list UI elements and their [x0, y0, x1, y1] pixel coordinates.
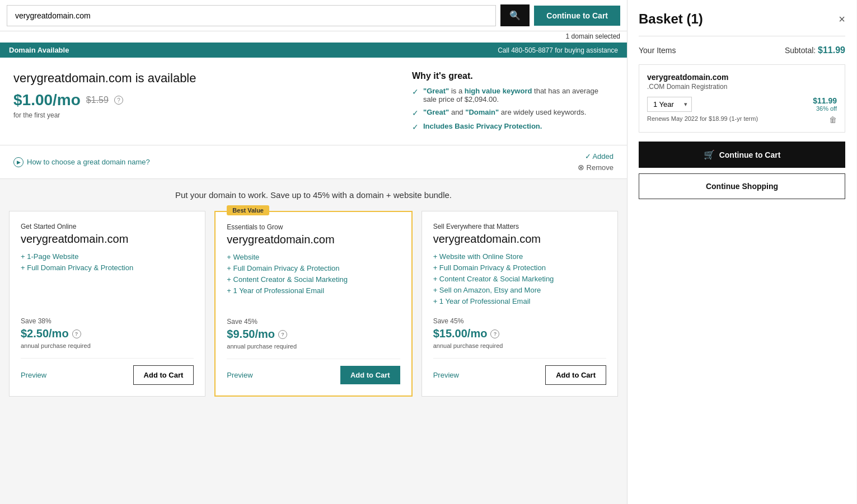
bundle-card-1-feature-1: + 1-Page Website	[21, 252, 194, 261]
bundle-cards: Get Started Online verygreatdomain.com +…	[9, 211, 618, 397]
search-button[interactable]: 🔍	[500, 4, 530, 26]
bundle-card-1-add-to-cart[interactable]: Add to Cart	[133, 365, 194, 385]
basket-sidebar: Basket (1) × Your Items Subtotal: $11.99…	[627, 0, 856, 504]
basket-continue-shopping-button[interactable]: Continue Shopping	[639, 173, 845, 199]
bundle-card-2-feature-1: + Website	[227, 253, 400, 261]
bundle-card-3-price: $15.00/mo ?	[433, 327, 606, 340]
basket-close-button[interactable]: ×	[839, 13, 845, 26]
basket-item-price: $11.99	[813, 96, 837, 105]
basket-item-type: .COM Domain Registration	[647, 83, 837, 91]
delete-item-icon[interactable]: 🗑	[829, 115, 837, 124]
bundle-card-1-price-info-icon[interactable]: ?	[72, 329, 81, 338]
basket-continue-cart-button[interactable]: 🛒 Continue to Cart	[639, 142, 845, 168]
how-to-link[interactable]: ▶ How to choose a great domain name?	[13, 157, 150, 167]
domain-price: $1.00/mo	[13, 91, 81, 109]
bundle-card-2-feature-4: + 1 Year of Professional Email	[227, 286, 400, 295]
call-info: Call 480-505-8877 for buying assistance	[498, 46, 618, 54]
added-label: ✓ Added	[585, 152, 614, 161]
check-icon-1: ✓	[412, 87, 419, 96]
play-icon: ▶	[13, 157, 24, 167]
bundle-card-2: Best Value Essentials to Grow verygreatd…	[214, 211, 412, 397]
why-great-item-3: ✓ Includes Basic Privacy Protection.	[412, 122, 614, 131]
subtotal-label: Subtotal: $11.99	[785, 45, 845, 55]
bundle-card-2-annual: annual purchase required	[227, 343, 400, 350]
domain-selected-label: 1 domain selected	[0, 31, 627, 43]
bundle-card-3-feature-4: + Sell on Amazon, Etsy and More	[433, 286, 606, 294]
basket-item-renew-info: Renews May 2022 for $18.99 (1-yr term) 🗑	[647, 115, 837, 124]
bundle-card-3-domain: verygreatdomain.com	[433, 233, 606, 246]
your-items-label: Your Items	[639, 46, 676, 55]
bundle-card-3-preview[interactable]: Preview	[433, 371, 459, 379]
for-first-year-label: for the first year	[13, 111, 196, 119]
bundle-card-2-category: Essentials to Grow	[227, 223, 400, 231]
domain-name-heading: verygreatdomain.com is available	[13, 71, 196, 86]
domain-card: verygreatdomain.com is available $1.00/m…	[0, 58, 627, 145]
bundle-card-2-features: + Website + Full Domain Privacy & Protec…	[227, 253, 400, 309]
basket-subtotal-row: Your Items Subtotal: $11.99	[639, 45, 845, 55]
bundle-card-1-features: + 1-Page Website + Full Domain Privacy &…	[21, 252, 194, 308]
why-great-list: ✓ "Great" is a high value keyword that h…	[412, 87, 614, 131]
subtotal-price: $11.99	[818, 45, 845, 55]
domain-available-label: Domain Available	[9, 46, 69, 54]
added-remove-section: ✓ Added ⊗ Remove	[578, 152, 614, 172]
term-select[interactable]: 1 Year 2 Years 5 Years	[647, 97, 692, 112]
basket-item-domain: verygreatdomain.com	[647, 73, 837, 82]
bundle-card-3-actions: Preview Add to Cart	[433, 358, 606, 385]
search-input[interactable]	[7, 5, 496, 26]
bundle-card-3-feature-3: + Content Creator & Social Marketing	[433, 275, 606, 283]
check-icon-2: ✓	[412, 109, 419, 117]
basket-item-price-col: $11.99 36% off	[813, 96, 837, 112]
bundle-card-1-savings: Save 38%	[21, 317, 194, 325]
bundle-card-1-domain: verygreatdomain.com	[21, 233, 194, 246]
bundle-card-1-actions: Preview Add to Cart	[21, 358, 194, 385]
bundle-card-1-price: $2.50/mo ?	[21, 327, 194, 340]
price-info-icon[interactable]: ?	[114, 96, 123, 105]
bundle-card-2-price: $9.50/mo ?	[227, 328, 400, 341]
bundle-card-3-feature-5: + 1 Year of Professional Email	[433, 297, 606, 305]
bundle-section: Put your domain to work. Save up to 45% …	[0, 179, 627, 408]
bundle-card-2-preview[interactable]: Preview	[227, 371, 252, 379]
basket-header: Basket (1) ×	[639, 11, 845, 27]
bundle-card-3-annual: annual purchase required	[433, 342, 606, 349]
domain-card-footer: ▶ How to choose a great domain name? ✓ A…	[0, 145, 627, 179]
bundle-card-3-add-to-cart[interactable]: Add to Cart	[545, 365, 606, 385]
bundle-card-1-annual: annual purchase required	[21, 342, 194, 349]
best-value-badge: Best Value	[227, 205, 269, 215]
why-great-title: Why it's great.	[412, 71, 614, 81]
bundle-card-1: Get Started Online verygreatdomain.com +…	[9, 211, 205, 397]
term-select-wrapper: 1 Year 2 Years 5 Years	[647, 97, 692, 112]
bundle-card-3-features: + Website with Online Store + Full Domai…	[433, 252, 606, 308]
bundle-card-1-preview[interactable]: Preview	[21, 371, 46, 379]
bundle-title: Put your domain to work. Save up to 45% …	[9, 190, 618, 200]
bundle-card-3-feature-2: + Full Domain Privacy & Protection	[433, 263, 606, 272]
bundle-card-3: Sell Everywhere that Matters verygreatdo…	[422, 211, 618, 397]
basket-item-term-row: 1 Year 2 Years 5 Years $11.99 36% off	[647, 96, 837, 112]
bundle-card-2-feature-2: + Full Domain Privacy & Protection	[227, 264, 400, 272]
search-bar: 🔍 Continue to Cart	[0, 0, 627, 31]
check-icon-3: ✓	[412, 123, 419, 131]
bundle-card-2-add-to-cart[interactable]: Add to Cart	[340, 366, 400, 384]
why-great-item-1: ✓ "Great" is a high value keyword that h…	[412, 87, 614, 103]
why-great-item-2: ✓ "Great" and "Domain" are widely used k…	[412, 108, 614, 117]
bundle-card-2-savings: Save 45%	[227, 318, 400, 326]
bundle-card-1-feature-2: + Full Domain Privacy & Protection	[21, 263, 194, 272]
bundle-card-2-feature-3: + Content Creator & Social Marketing	[227, 275, 400, 284]
basket-item-card: verygreatdomain.com .COM Domain Registra…	[639, 64, 845, 133]
bundle-card-2-domain: verygreatdomain.com	[227, 233, 400, 246]
bundle-card-1-category: Get Started Online	[21, 223, 194, 230]
header-continue-cart-button[interactable]: Continue to Cart	[534, 6, 620, 26]
how-to-link-text: How to choose a great domain name?	[27, 158, 150, 166]
bundle-card-3-savings: Save 45%	[433, 317, 606, 325]
bundle-card-2-actions: Preview Add to Cart	[227, 359, 400, 384]
basket-title: Basket (1)	[639, 11, 703, 27]
remove-icon: ⊗	[578, 163, 584, 172]
basket-item-discount: 36% off	[813, 105, 837, 112]
bundle-card-3-price-info-icon[interactable]: ?	[490, 329, 499, 338]
bundle-card-2-price-info-icon[interactable]: ?	[278, 330, 287, 339]
cart-icon: 🛒	[704, 149, 715, 160]
remove-button[interactable]: ⊗ Remove	[578, 163, 614, 172]
bundle-card-3-feature-1: + Website with Online Store	[433, 252, 606, 261]
bundle-card-3-category: Sell Everywhere that Matters	[433, 223, 606, 230]
basket-divider	[639, 36, 845, 36]
domain-price-old: $1.59	[86, 95, 109, 105]
